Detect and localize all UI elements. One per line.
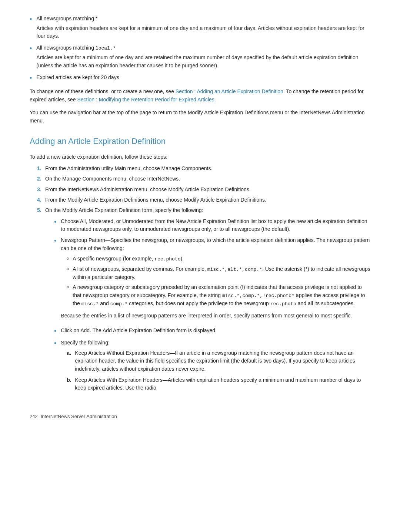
bullet-content: Expired articles are kept for 20 days bbox=[36, 74, 370, 82]
bullet-icon: • bbox=[54, 218, 56, 227]
bullet-content: All newsgroups matching local.* Articles… bbox=[36, 44, 370, 70]
newsgroup-pattern-label: Newsgroup Pattern—Specifies the newsgrou… bbox=[61, 237, 370, 251]
step-5-content: On the Modify Article Expiration Definit… bbox=[45, 206, 370, 398]
alpha-item-b: b. Keep Articles With Expiration Headers… bbox=[67, 376, 370, 392]
step-5-text: On the Modify Article Expiration Definit… bbox=[45, 207, 203, 213]
step-item: 2. On the Manage Components menu, choose… bbox=[37, 175, 370, 183]
change-para-text-1: To change one of these definitions, or t… bbox=[30, 88, 176, 94]
bullet-icon: • bbox=[30, 15, 32, 24]
page-content: • All newsgroups matching * Articles wit… bbox=[30, 15, 370, 420]
sub-sub-text-2: A list of newsgroups, separated by comma… bbox=[73, 265, 370, 282]
step-number: 1. bbox=[37, 164, 45, 172]
bullet-icon: • bbox=[30, 74, 32, 83]
after-step5-list: • Click on Add. The Add Article Expirati… bbox=[54, 327, 370, 395]
alpha-text-a: Keep Articles Without Expiration Headers… bbox=[75, 349, 370, 373]
bullet-label: Expired articles are kept for 20 days bbox=[36, 74, 119, 80]
after-step5-item-2-content: Specify the following: a. Keep Articles … bbox=[61, 339, 370, 395]
bullet-sub: Articles with expiration headers are kep… bbox=[36, 24, 370, 40]
bullet-icon: • bbox=[54, 236, 56, 246]
circle-icon bbox=[67, 286, 69, 288]
page-footer: 242 InterNetNews Server Administration bbox=[30, 413, 370, 420]
step-item-5: 5. On the Modify Article Expiration Defi… bbox=[37, 206, 370, 398]
steps-list: 1. From the Administration utility Main … bbox=[37, 164, 370, 398]
sub-sub-text-3: A newsgroup category or subcategory prec… bbox=[73, 283, 370, 308]
change-link-1[interactable]: Section : Adding an Article Expiration D… bbox=[176, 88, 283, 94]
bullet-label: All newsgroups matching * bbox=[36, 16, 97, 21]
sub-sub-item-1: A specific newsgroup (for example, rec.p… bbox=[67, 255, 370, 263]
after-step5-item-2: • Specify the following: a. Keep Article… bbox=[54, 339, 370, 395]
sub-sub-text-1: A specific newsgroup (for example, rec.p… bbox=[73, 255, 370, 263]
step-text: From the InterNetNews Administration men… bbox=[45, 185, 370, 193]
bullet-sub: Articles are kept for a minimum of one d… bbox=[36, 54, 370, 70]
step-number: 2. bbox=[37, 175, 45, 183]
step-item: 3. From the InterNetNews Administration … bbox=[37, 185, 370, 193]
step5-bullet-a-content: Choose All, Moderated, or Unmoderated fr… bbox=[61, 218, 370, 233]
newsgroup-sub-list: A specific newsgroup (for example, rec.p… bbox=[67, 255, 370, 308]
step5-bullet-b: • Newsgroup Pattern—Specifies the newsgr… bbox=[54, 236, 370, 324]
sub-sub-item-3: A newsgroup category or subcategory prec… bbox=[67, 283, 370, 308]
circle-icon bbox=[67, 268, 69, 270]
alpha-list: a. Keep Articles Without Expiration Head… bbox=[67, 349, 370, 392]
page-number: 242 bbox=[30, 413, 38, 420]
list-item: • Expired articles are kept for 20 days bbox=[30, 74, 370, 83]
step5-sub-list: • Choose All, Moderated, or Unmoderated … bbox=[54, 218, 370, 324]
bullet-icon: • bbox=[54, 327, 56, 336]
bullet-label-prefix: All newsgroups matching bbox=[36, 45, 96, 51]
bullet-icon: • bbox=[54, 339, 56, 348]
newsgroup-note: Because the entries in a list of newsgro… bbox=[61, 312, 370, 320]
step5-bullet-a: • Choose All, Moderated, or Unmoderated … bbox=[54, 218, 370, 233]
step-text: On the Manage Components menu, choose In… bbox=[45, 175, 370, 183]
alpha-text-b: Keep Articles With Expiration Headers—Ar… bbox=[75, 376, 370, 392]
footer-title: InterNetNews Server Administration bbox=[41, 413, 117, 420]
sub-sub-item-2: A list of newsgroups, separated by comma… bbox=[67, 265, 370, 282]
bullet-label-code: local.* bbox=[96, 46, 116, 51]
step-number: 3. bbox=[37, 185, 45, 193]
after-step5-item-1: • Click on Add. The Add Article Expirati… bbox=[54, 327, 370, 336]
after-step5-item-1-content: Click on Add. The Add Article Expiration… bbox=[61, 327, 370, 335]
bullet-icon: • bbox=[30, 44, 32, 53]
change-link-2[interactable]: Section : Modifying the Retention Period… bbox=[77, 97, 214, 102]
step-number: 5. bbox=[37, 206, 45, 214]
top-bullet-list: • All newsgroups matching * Articles wit… bbox=[30, 15, 370, 83]
change-para-text-3: . bbox=[214, 97, 216, 102]
intro-para: To add a new article expiration definiti… bbox=[30, 153, 370, 161]
list-item: • All newsgroups matching * Articles wit… bbox=[30, 15, 370, 40]
step-number: 4. bbox=[37, 196, 45, 204]
nav-paragraph: You can use the navigation bar at the to… bbox=[30, 108, 370, 125]
list-item: • All newsgroups matching local.* Articl… bbox=[30, 44, 370, 70]
circle-icon bbox=[67, 257, 69, 260]
bullet-content: All newsgroups matching * Articles with … bbox=[36, 15, 370, 40]
alpha-item-a: a. Keep Articles Without Expiration Head… bbox=[67, 349, 370, 373]
section-heading: Adding an Article Expiration Definition bbox=[30, 135, 370, 148]
alpha-label-a: a. bbox=[67, 349, 75, 357]
specify-label: Specify the following: bbox=[61, 340, 110, 346]
step-item: 1. From the Administration utility Main … bbox=[37, 164, 370, 172]
change-paragraph: To change one of these definitions, or t… bbox=[30, 87, 370, 104]
alpha-label-b: b. bbox=[67, 376, 75, 384]
step5-bullet-b-content: Newsgroup Pattern—Specifies the newsgrou… bbox=[61, 236, 370, 324]
step-text: From the Administration utility Main men… bbox=[45, 164, 370, 172]
step-item: 4. From the Modify Article Expiration De… bbox=[37, 196, 370, 204]
step-text: From the Modify Article Expiration Defin… bbox=[45, 196, 370, 204]
